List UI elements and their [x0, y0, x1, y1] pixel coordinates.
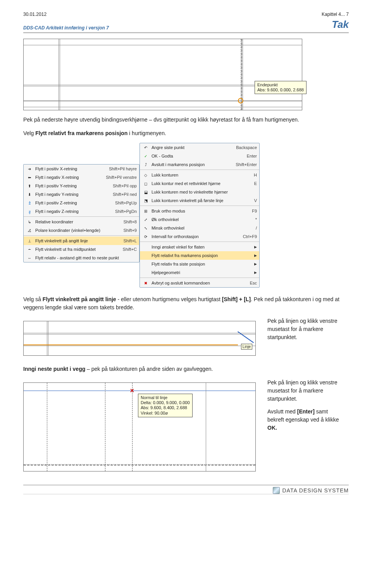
distance-icon: ↔: [26, 255, 33, 261]
footer-logo: DATA DESIGN SYSTEM: [273, 487, 349, 494]
move-relative-icon: [142, 253, 149, 258]
header-date: 30.01.2012: [23, 12, 46, 17]
menu-item[interactable]: ◇Lukk konturenH: [140, 171, 259, 179]
figure2-row: Linje Pek på linjen og klikk venstre mus…: [23, 317, 349, 360]
submenu-flytt[interactable]: ➜Flytt i positiv X-retningShift+Pil høyr…: [23, 164, 140, 262]
endpoint-marker: [238, 98, 243, 103]
arrow-right-icon: ➜: [26, 166, 33, 171]
tooltip-title: Endepunkt: [257, 82, 304, 87]
caption3-a: Pek på linjen og klikk venstre musetast …: [267, 379, 338, 402]
close-contour-icon: ◇: [142, 172, 149, 178]
submenu-item[interactable]: ⬅Flytt i negativ X-retningShift+Pil vens…: [24, 173, 139, 182]
ortho-dec-icon: ⤡: [142, 225, 149, 231]
caption3-b1: Avslutt med: [267, 408, 297, 415]
p2-d: [Shift] + [L]: [222, 296, 251, 302]
figure3-row: ✕ Normal til linje Delta: 0.000, 9.000, …: [23, 379, 349, 475]
menu-item[interactable]: ⤡Minsk orthovinkel/: [140, 224, 259, 232]
submenu-item[interactable]: ↳Relative koordinaterShift+8: [24, 218, 139, 226]
menu-item[interactable]: Inngi ønsket vinkel for flaten▶: [140, 243, 259, 251]
tooltip-endpoint: Endepunkt Abs: 9.600, 0.000, 2.688: [255, 81, 307, 94]
p2-c: - eller utenom hurtigmenu velges hurtigt…: [116, 296, 222, 302]
header-rule: [23, 32, 349, 33]
subtitle-left: DDS-CAD Arkitekt innføring i versjon 7: [23, 25, 109, 31]
point-x-mark: ✕: [130, 387, 134, 394]
p1b-a: Velg: [23, 130, 35, 136]
menu-item[interactable]: ↶Angre siste punktBackspace: [140, 143, 259, 152]
submenu-item[interactable]: ⦨Polare koordinater (vinkel+lengde)Shift…: [24, 226, 139, 235]
menu-item[interactable]: Flytt relativ fra siste posisjon▶: [140, 260, 259, 268]
p3-bold: Inngi neste punkt i vegg: [23, 366, 85, 372]
submenu-item[interactable]: z̬Flytt i negativ Z-retningShift+PgDn: [24, 207, 139, 216]
logo-cube-icon: [273, 487, 280, 494]
menu-item[interactable]: ✖Avbryt og avslutt kommandoenEsc: [140, 279, 259, 287]
undo-icon: ↶: [142, 145, 149, 150]
p2-b: Flytt vinkelrett på angitt linje: [43, 296, 116, 302]
submenu-item[interactable]: ⬇Flytt i negativ Y-retningShift+Pil ned: [24, 190, 139, 199]
submenu-item[interactable]: ∸Flytt vinkelrett ut fra midtpunktetShif…: [24, 245, 139, 254]
finish-icon: ⤴: [142, 162, 149, 167]
main-context-menu[interactable]: ↶Angre siste punktBackspace ✓OK - GodtaE…: [140, 143, 260, 288]
submenu-arrow-icon: ▶: [254, 254, 257, 257]
paragraph-1b: Velg Flytt relativt fra markørens posisj…: [23, 129, 349, 137]
paragraph-2: Velg så Flytt vinkelrett på angitt linje…: [23, 295, 349, 312]
footer: DATA DESIGN SYSTEM: [23, 485, 349, 494]
ortho-icon: ⊞: [142, 208, 149, 214]
tooltip-l2: Delta: 0.000, 9.000, 0.000: [141, 400, 190, 405]
menu-item[interactable]: ✓OK - GodtaEnter: [140, 152, 259, 160]
caption-fig2: Pek på linjen og klikk venstre musetast …: [267, 317, 345, 341]
menu-item[interactable]: ⤢Øk orthovinkel*: [140, 215, 259, 224]
arrow-down-icon: ⬇: [26, 192, 33, 197]
p2-a: Velg så: [23, 296, 43, 302]
relative-coords-icon: ↳: [26, 219, 33, 225]
submenu-arrow-icon: ▶: [254, 262, 257, 266]
submenu-arrow-icon: ▶: [254, 271, 257, 274]
z-up-icon: ẑ: [26, 200, 33, 206]
ortho-interval-icon: ⟳: [142, 234, 149, 239]
menu-item[interactable]: ⬓Lukk konturen med to vinkelrette hjørne…: [140, 188, 259, 196]
submenu-item[interactable]: ẑFlytt i positiv Z-retningShift+PgUp: [24, 199, 139, 207]
tooltip-l1: Normal til linje: [141, 395, 190, 400]
tooltip-linje: Linje: [241, 344, 252, 350]
close-right-angle-icon: ◻: [142, 181, 149, 186]
menu-item[interactable]: ⤴Avslutt i markørens posisjonShift+Enter: [140, 160, 259, 169]
p1b-c: i hurtigmenyen.: [127, 130, 166, 136]
p3-rest: – pek på takkonturen på andre siden av g…: [85, 366, 213, 372]
caption3-b4: OK.: [267, 425, 277, 431]
submenu-arrow-icon: ▶: [254, 245, 257, 249]
menu-item[interactable]: ⟳Intervall for orthorotasjonCtrl+F9: [140, 232, 259, 241]
submenu-item[interactable]: ↔Flytt relativ - avstand gitt med to nes…: [24, 254, 139, 262]
submenu-item[interactable]: ⬆Flytt i positiv Y-retningShift+Pil opp: [24, 182, 139, 190]
context-menus: ➜Flytt i positiv X-retningShift+Pil høyr…: [23, 143, 349, 288]
menu-item[interactable]: ◻Lukk kontur med et rettvinklet hjørneE: [140, 179, 259, 188]
menu-item[interactable]: Hjelpegeometri▶: [140, 268, 259, 277]
footer-text: DATA DESIGN SYSTEM: [282, 487, 349, 494]
arrow-left-icon: ⬅: [26, 175, 33, 180]
subtitle-right: Tak: [332, 19, 349, 31]
figure-endpoint-snap: Endepunkt Abs: 9.600, 0.000, 2.688: [23, 39, 302, 110]
close-two-corners-icon: ⬓: [142, 189, 149, 195]
paragraph-1: Pek på nederste høyre utvendig bindingsv…: [23, 116, 349, 124]
perpendicular-icon: ⊥: [26, 238, 33, 243]
tooltip-coords: Abs: 9.600, 0.000, 2.688: [257, 87, 304, 93]
angle-icon: [142, 244, 149, 250]
submenu-item-highlight[interactable]: ⊥Flytt vinkelrett på angitt linjeShift+L: [24, 237, 139, 245]
move-last-icon: [142, 261, 149, 267]
submenu-item[interactable]: ➜Flytt i positiv X-retningShift+Pil høyr…: [24, 165, 139, 173]
figure-normal-to-line: ✕ Normal til linje Delta: 0.000, 9.000, …: [23, 382, 256, 471]
polar-coords-icon: ⦨: [26, 228, 33, 233]
p1-text: Pek på nederste høyre utvendig bindingsv…: [23, 117, 299, 123]
ok-icon: ✓: [142, 153, 149, 159]
arrow-up-icon: ⬆: [26, 183, 33, 189]
tooltip-l4: Vinkel: 90.00ø: [141, 411, 190, 416]
helper-geom-icon: [142, 270, 149, 275]
tooltip-normal: Normal til linje Delta: 0.000, 9.000, 0.…: [138, 394, 193, 417]
caption3-b2: [Enter]: [297, 408, 315, 415]
z-down-icon: z̬: [26, 209, 33, 214]
close-perp-first-icon: ⬔: [142, 198, 149, 203]
page-header: 30.01.2012 Kapittel 4... 7: [23, 12, 349, 17]
cancel-icon: ✖: [142, 280, 149, 286]
menu-item-highlight[interactable]: Flytt relativt fra markørens posisjon▶: [140, 251, 259, 260]
menu-item[interactable]: ⊞Bruk ortho modusF9: [140, 207, 259, 215]
paragraph-3: Inngi neste punkt i vegg – pek på takkon…: [23, 365, 349, 373]
menu-item[interactable]: ⬔Lukk konturen vinkelrett på første linj…: [140, 196, 259, 205]
